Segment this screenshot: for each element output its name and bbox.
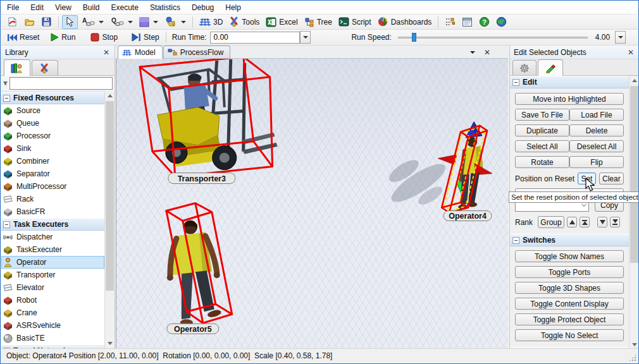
clear-button[interactable]: Clear — [599, 173, 624, 185]
scroll-down-arrow[interactable] — [105, 339, 115, 348]
menu-file[interactable]: File — [1, 1, 25, 14]
library-item-dispatcher[interactable]: Dispatcher — [1, 231, 104, 243]
color-dropdown-caret[interactable] — [153, 21, 158, 23]
run-button[interactable]: Run — [47, 30, 78, 44]
toggle-show-names-button[interactable]: Toggle Show Names — [515, 250, 624, 262]
library-item-sink[interactable]: Sink — [1, 142, 104, 155]
save-to-file-button[interactable]: Save To File — [515, 109, 569, 121]
load-file-button[interactable]: Load File — [569, 109, 624, 121]
run-time-dropdown-button[interactable] — [300, 31, 311, 44]
tab-close-button[interactable]: ✕ — [484, 48, 490, 57]
run-speed-dropdown-button[interactable] — [615, 31, 626, 44]
tree-button[interactable]: Tree — [301, 15, 335, 29]
duplicate-button[interactable]: Duplicate — [515, 124, 569, 136]
library-item-crane[interactable]: Crane — [1, 306, 104, 319]
section-header-switches[interactable]: Switches — [510, 234, 629, 246]
collapse-icon[interactable] — [512, 79, 519, 86]
tools-button[interactable]: Tools — [226, 15, 263, 29]
menu-view[interactable]: View — [49, 1, 77, 14]
walkthrough-tool-button[interactable] — [161, 15, 189, 29]
q-connect-tool-button[interactable]: Q — [107, 15, 136, 29]
dashboards-button[interactable]: Dashboards — [375, 15, 435, 29]
q-connect-dropdown-caret[interactable] — [128, 21, 133, 23]
view-3d-button[interactable]: 3D — [196, 15, 226, 29]
edit-panel-tab-edit[interactable] — [538, 59, 563, 76]
new-model-button[interactable] — [4, 15, 21, 29]
toggle-no-select-button[interactable]: Toggle No Select — [515, 329, 624, 341]
edit-panel-scrollbar[interactable] — [629, 76, 639, 349]
move-into-highlighted-button[interactable]: Move into Highlighted — [515, 93, 624, 105]
edit-panel-close-button[interactable]: ✕ — [626, 48, 635, 57]
tab-processflow[interactable]: ProcessFlow — [163, 46, 231, 58]
excel-button[interactable]: Excel — [263, 15, 301, 29]
tab-model[interactable]: Model — [118, 46, 163, 59]
menu-statistics[interactable]: Statistics — [144, 1, 186, 14]
library-item-robot[interactable]: Robot — [1, 294, 104, 306]
library-filter-input[interactable] — [9, 77, 113, 90]
library-tab-tools[interactable] — [32, 60, 58, 75]
menu-help[interactable]: Help — [220, 1, 247, 14]
library-item-operator[interactable]: Operator — [1, 256, 104, 269]
filter-icon[interactable] — [3, 78, 8, 88]
run-speed-slider-handle[interactable] — [412, 33, 416, 42]
open-model-button[interactable] — [21, 15, 38, 29]
library-item-separator[interactable]: Separator — [1, 167, 104, 180]
library-item-asrsvehicle[interactable]: ASRSvehicle — [1, 319, 104, 332]
script-button[interactable]: Script — [335, 15, 375, 29]
menu-build[interactable]: Build — [77, 1, 106, 14]
menu-edit[interactable]: Edit — [25, 1, 49, 14]
windows-button[interactable] — [459, 15, 476, 29]
section-header-edit[interactable]: Edit — [510, 76, 629, 88]
a-connect-tool-button[interactable]: A — [78, 15, 107, 29]
library-tab-objects[interactable] — [4, 59, 30, 76]
deselect-all-button[interactable]: Deselect All — [569, 140, 624, 152]
toggle-content-display-button[interactable]: Toggle Content Display — [515, 298, 624, 310]
library-item-basicfr[interactable]: BasicFR — [1, 205, 104, 218]
help-button[interactable]: ? — [476, 15, 493, 29]
menu-execute[interactable]: Execute — [106, 1, 144, 14]
rank-to-bottom-button[interactable] — [610, 217, 620, 228]
library-group-task-executers[interactable]: Task Executers — [1, 218, 104, 231]
library-item-combiner[interactable]: Combiner — [1, 155, 104, 167]
resize-grip[interactable] — [629, 354, 636, 361]
run-speed-slider[interactable] — [398, 32, 588, 43]
library-item-queue[interactable]: Queue — [1, 117, 104, 130]
scrollbar-thumb[interactable] — [106, 101, 114, 291]
library-group-fixed-resources[interactable]: Fixed Resources — [1, 92, 104, 104]
group-button[interactable]: Group — [538, 216, 564, 228]
library-item-elevator[interactable]: Elevator — [1, 281, 104, 294]
library-item-multiprocessor[interactable]: MultiProcessor — [1, 180, 104, 193]
rotate-button[interactable]: Rotate — [515, 156, 569, 168]
select-all-button[interactable]: Select All — [515, 140, 569, 152]
object-operator5[interactable] — [166, 203, 232, 326]
stop-button[interactable]: Stop — [87, 30, 121, 44]
step-button[interactable]: Step — [128, 30, 163, 44]
tab-list-dropdown[interactable] — [470, 51, 475, 54]
library-item-transporter[interactable]: Transporter — [1, 269, 104, 281]
library-item-basicte[interactable]: BasicTE — [1, 332, 104, 344]
scrollbar-thumb[interactable] — [630, 86, 638, 263]
collapse-icon[interactable] — [3, 95, 10, 102]
toggle-protect-object-button[interactable]: Toggle Protect Object — [515, 313, 624, 325]
collapse-icon[interactable] — [3, 221, 10, 228]
object-operator4[interactable] — [438, 122, 492, 213]
flip-button[interactable]: Flip — [569, 156, 624, 168]
menu-debug[interactable]: Debug — [186, 1, 220, 14]
library-item-taskexecuter[interactable]: TaskExecuter — [1, 243, 104, 256]
flowitem-bin-button[interactable] — [442, 15, 459, 29]
collapse-icon[interactable] — [512, 237, 519, 244]
library-item-rack[interactable]: Rack — [1, 193, 104, 205]
a-connect-dropdown-caret[interactable] — [99, 21, 104, 23]
toggle-3d-shapes-button[interactable]: Toggle 3D Shapes — [515, 282, 624, 294]
library-item-processor[interactable]: Processor — [1, 130, 104, 142]
color-tool-button[interactable] — [136, 15, 161, 29]
pointer-tool-button[interactable] — [62, 15, 78, 29]
save-model-button[interactable] — [38, 15, 55, 29]
run-time-input[interactable] — [210, 32, 300, 44]
walkthrough-dropdown-caret[interactable] — [181, 21, 186, 23]
scroll-up-arrow[interactable] — [630, 76, 639, 85]
rank-down-button[interactable] — [597, 217, 607, 228]
library-close-button[interactable]: ✕ — [102, 48, 111, 57]
delete-button[interactable]: Delete — [569, 124, 624, 136]
edit-panel-tab-properties[interactable] — [512, 60, 537, 75]
